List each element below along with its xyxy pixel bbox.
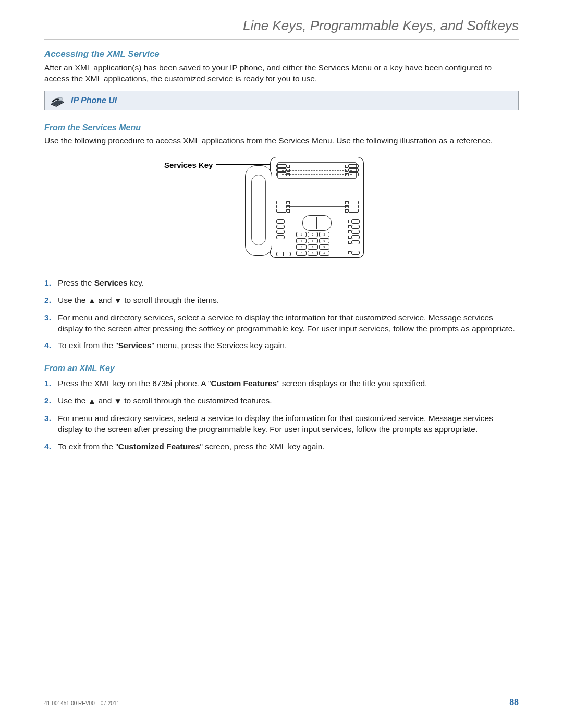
services-menu-steps: Press the Services key. Use the ▲ and ▼ … [44, 278, 519, 352]
phone-diagram: 1 2 3 4 5 6 7 8 9 * 0 # [240, 153, 365, 262]
text: To exit from the " [58, 341, 118, 350]
bold-services: Services [94, 278, 128, 287]
document-page: Line Keys, Programmable Keys, and Softke… [0, 0, 563, 728]
xml-key-steps: Press the XML key on the 6735i phone. A … [44, 378, 519, 452]
text: Use the [58, 295, 88, 304]
subsection-heading-services-menu: From the Services Menu [44, 123, 519, 132]
text: Press the [58, 278, 94, 287]
phone-figure: Services Key [44, 153, 519, 273]
step-xml-1: Press the XML key on the 6735i phone. A … [44, 378, 519, 389]
text: and [96, 295, 114, 304]
step-services-1: Press the Services key. [44, 278, 519, 289]
down-arrow-icon: ▼ [114, 295, 122, 306]
text: To exit from the " [58, 442, 118, 451]
bold-customized-features: Customized Features [118, 442, 200, 451]
intro-paragraph: After an XML application(s) has been sav… [44, 63, 519, 84]
bold-custom-features: Custom Features [211, 379, 277, 388]
text: " screen, press the XML key again. [200, 442, 325, 451]
step-xml-3: For menu and directory services, select … [44, 413, 519, 435]
services-menu-intro: Use the following procedure to access XM… [44, 135, 519, 146]
text: to scroll through the customized feature… [122, 396, 272, 405]
up-arrow-icon: ▲ [88, 396, 96, 407]
step-services-2: Use the ▲ and ▼ to scroll through the it… [44, 295, 519, 306]
text: " screen displays or the title you speci… [277, 379, 427, 388]
text: key. [128, 278, 144, 287]
ip-phone-ui-callout: IP Phone UI [44, 91, 519, 110]
page-footer: 41-001451-00 REV00 – 07.2011 88 [44, 698, 519, 707]
header-divider [44, 39, 519, 40]
document-id: 41-001451-00 REV00 – 07.2011 [44, 700, 119, 706]
page-number: 88 [509, 698, 519, 707]
down-arrow-icon: ▼ [114, 396, 122, 407]
running-header: Line Keys, Programmable Keys, and Softke… [44, 0, 519, 39]
step-services-4: To exit from the "Services" menu, press … [44, 340, 519, 351]
ip-phone-icon [50, 94, 65, 107]
text: to scroll through the items. [122, 295, 219, 304]
step-xml-4: To exit from the "Customized Features" s… [44, 441, 519, 452]
text: Press the XML key on the 6735i phone. A … [58, 379, 211, 388]
text: " menu, press the Services key again. [152, 341, 287, 350]
services-key-label: Services Key [164, 161, 213, 169]
up-arrow-icon: ▲ [88, 295, 96, 306]
step-services-3: For menu and directory services, select … [44, 313, 519, 335]
text: Use the [58, 396, 88, 405]
subsection-heading-xml-key: From an XML Key [44, 364, 519, 373]
ip-phone-ui-label: IP Phone UI [71, 96, 117, 105]
bold-services-2: Services [118, 341, 152, 350]
step-xml-2: Use the ▲ and ▼ to scroll through the cu… [44, 396, 519, 407]
text: and [96, 396, 114, 405]
section-heading-accessing-xml: Accessing the XML Service [44, 49, 519, 59]
